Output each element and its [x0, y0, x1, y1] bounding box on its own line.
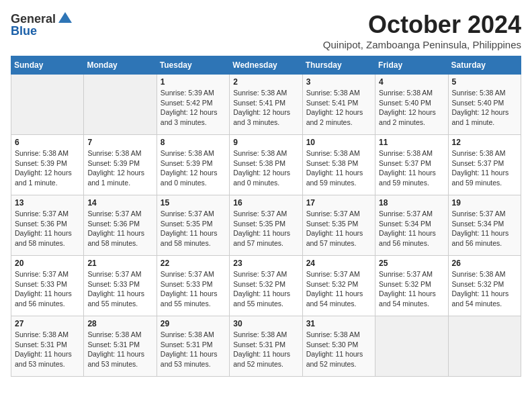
day-number: 28 — [87, 319, 152, 328]
day-detail: Sunrise: 5:38 AMSunset: 5:30 PMDaylight:… — [306, 330, 371, 369]
day-detail: Sunrise: 5:38 AMSunset: 5:32 PMDaylight:… — [452, 269, 517, 309]
day-number: 1 — [161, 77, 226, 87]
day-detail: Sunrise: 5:38 AMSunset: 5:39 PMDaylight:… — [15, 148, 80, 188]
day-detail: Sunrise: 5:37 AMSunset: 5:34 PMDaylight:… — [452, 209, 517, 248]
day-detail: Sunrise: 5:38 AMSunset: 5:37 PMDaylight:… — [452, 148, 517, 188]
calendar-cell: 24Sunrise: 5:37 AMSunset: 5:32 PMDayligh… — [302, 256, 375, 316]
calendar-cell: 25Sunrise: 5:37 AMSunset: 5:32 PMDayligh… — [375, 256, 448, 316]
calendar-cell: 2Sunrise: 5:38 AMSunset: 5:41 PMDaylight… — [230, 75, 302, 135]
day-number: 12 — [452, 138, 517, 147]
day-number: 5 — [452, 77, 517, 87]
day-detail: Sunrise: 5:37 AMSunset: 5:36 PMDaylight:… — [87, 209, 152, 248]
calendar-week-row: 27Sunrise: 5:38 AMSunset: 5:31 PMDayligh… — [11, 316, 521, 377]
day-number: 8 — [161, 138, 226, 147]
svg-marker-0 — [58, 12, 72, 23]
calendar-cell: 1Sunrise: 5:39 AMSunset: 5:42 PMDaylight… — [157, 75, 229, 135]
location-subtitle: Quinipot, Zamboanga Peninsula, Philippin… — [323, 39, 521, 50]
day-detail: Sunrise: 5:38 AMSunset: 5:38 PMDaylight:… — [306, 148, 371, 188]
day-number: 14 — [87, 198, 152, 208]
day-detail: Sunrise: 5:39 AMSunset: 5:42 PMDaylight:… — [161, 88, 226, 128]
day-number: 6 — [15, 138, 80, 147]
day-number: 4 — [379, 77, 444, 87]
day-number: 15 — [161, 198, 226, 208]
calendar-cell: 31Sunrise: 5:38 AMSunset: 5:30 PMDayligh… — [302, 316, 375, 377]
calendar-day-header: Thursday — [302, 56, 375, 75]
calendar-cell: 19Sunrise: 5:37 AMSunset: 5:34 PMDayligh… — [448, 195, 521, 256]
day-detail: Sunrise: 5:38 AMSunset: 5:41 PMDaylight:… — [306, 88, 371, 128]
day-number: 21 — [87, 259, 152, 268]
day-number: 9 — [233, 138, 298, 147]
day-number: 19 — [452, 198, 517, 208]
month-title: October 2024 — [323, 11, 521, 39]
day-detail: Sunrise: 5:38 AMSunset: 5:40 PMDaylight:… — [452, 88, 517, 128]
calendar-cell — [448, 316, 521, 377]
day-detail: Sunrise: 5:37 AMSunset: 5:36 PMDaylight:… — [15, 209, 80, 248]
calendar-cell: 23Sunrise: 5:37 AMSunset: 5:32 PMDayligh… — [230, 256, 302, 316]
calendar-cell — [84, 75, 157, 135]
page-header: General Blue October 2024 Quinipot, Zamb… — [11, 11, 521, 50]
day-number: 26 — [452, 259, 517, 268]
calendar-cell: 4Sunrise: 5:38 AMSunset: 5:40 PMDaylight… — [375, 75, 448, 135]
calendar-day-header: Saturday — [448, 56, 521, 75]
day-detail: Sunrise: 5:37 AMSunset: 5:35 PMDaylight:… — [161, 209, 226, 248]
day-detail: Sunrise: 5:37 AMSunset: 5:32 PMDaylight:… — [306, 269, 371, 309]
calendar-cell: 18Sunrise: 5:37 AMSunset: 5:34 PMDayligh… — [375, 195, 448, 256]
calendar-day-header: Monday — [84, 56, 157, 75]
day-number: 23 — [233, 259, 298, 268]
day-number: 11 — [379, 138, 444, 147]
calendar-cell: 27Sunrise: 5:38 AMSunset: 5:31 PMDayligh… — [11, 316, 84, 377]
calendar-day-header: Tuesday — [157, 56, 229, 75]
day-detail: Sunrise: 5:37 AMSunset: 5:34 PMDaylight:… — [379, 209, 444, 248]
calendar-cell: 3Sunrise: 5:38 AMSunset: 5:41 PMDaylight… — [302, 75, 375, 135]
calendar-cell: 26Sunrise: 5:38 AMSunset: 5:32 PMDayligh… — [448, 256, 521, 316]
calendar-cell: 29Sunrise: 5:38 AMSunset: 5:31 PMDayligh… — [157, 316, 229, 377]
day-detail: Sunrise: 5:37 AMSunset: 5:32 PMDaylight:… — [379, 269, 444, 309]
day-detail: Sunrise: 5:38 AMSunset: 5:31 PMDaylight:… — [233, 330, 298, 369]
day-detail: Sunrise: 5:38 AMSunset: 5:37 PMDaylight:… — [379, 148, 444, 188]
calendar-day-header: Friday — [375, 56, 448, 75]
calendar-cell: 10Sunrise: 5:38 AMSunset: 5:38 PMDayligh… — [302, 135, 375, 195]
day-detail: Sunrise: 5:38 AMSunset: 5:40 PMDaylight:… — [379, 88, 444, 128]
calendar-cell: 21Sunrise: 5:37 AMSunset: 5:33 PMDayligh… — [84, 256, 157, 316]
day-detail: Sunrise: 5:38 AMSunset: 5:41 PMDaylight:… — [233, 88, 298, 128]
calendar-cell: 11Sunrise: 5:38 AMSunset: 5:37 PMDayligh… — [375, 135, 448, 195]
day-number: 30 — [233, 319, 298, 328]
day-detail: Sunrise: 5:37 AMSunset: 5:35 PMDaylight:… — [306, 209, 371, 248]
day-number: 31 — [306, 319, 371, 328]
calendar-cell: 22Sunrise: 5:37 AMSunset: 5:33 PMDayligh… — [157, 256, 229, 316]
day-detail: Sunrise: 5:38 AMSunset: 5:31 PMDaylight:… — [87, 330, 152, 369]
calendar-cell: 20Sunrise: 5:37 AMSunset: 5:33 PMDayligh… — [11, 256, 84, 316]
day-number: 20 — [15, 259, 80, 268]
day-number: 13 — [15, 198, 80, 208]
day-detail: Sunrise: 5:37 AMSunset: 5:32 PMDaylight:… — [233, 269, 298, 309]
day-detail: Sunrise: 5:38 AMSunset: 5:39 PMDaylight:… — [161, 148, 226, 188]
calendar-cell: 17Sunrise: 5:37 AMSunset: 5:35 PMDayligh… — [302, 195, 375, 256]
calendar-cell: 15Sunrise: 5:37 AMSunset: 5:35 PMDayligh… — [157, 195, 229, 256]
calendar-week-row: 1Sunrise: 5:39 AMSunset: 5:42 PMDaylight… — [11, 75, 521, 135]
day-number: 3 — [306, 77, 371, 87]
calendar-cell: 16Sunrise: 5:37 AMSunset: 5:35 PMDayligh… — [230, 195, 302, 256]
logo-icon — [57, 11, 73, 27]
day-number: 24 — [306, 259, 371, 268]
calendar-cell: 30Sunrise: 5:38 AMSunset: 5:31 PMDayligh… — [230, 316, 302, 377]
calendar-cell — [375, 316, 448, 377]
calendar-cell: 7Sunrise: 5:38 AMSunset: 5:39 PMDaylight… — [84, 135, 157, 195]
calendar-cell: 28Sunrise: 5:38 AMSunset: 5:31 PMDayligh… — [84, 316, 157, 377]
calendar-header-row: SundayMondayTuesdayWednesdayThursdayFrid… — [11, 56, 521, 75]
day-detail: Sunrise: 5:38 AMSunset: 5:38 PMDaylight:… — [233, 148, 298, 188]
day-detail: Sunrise: 5:37 AMSunset: 5:35 PMDaylight:… — [233, 209, 298, 248]
logo: General Blue — [11, 11, 73, 38]
calendar-cell: 12Sunrise: 5:38 AMSunset: 5:37 PMDayligh… — [448, 135, 521, 195]
day-detail: Sunrise: 5:38 AMSunset: 5:39 PMDaylight:… — [87, 148, 152, 188]
day-number: 29 — [161, 319, 226, 328]
calendar-cell: 5Sunrise: 5:38 AMSunset: 5:40 PMDaylight… — [448, 75, 521, 135]
calendar-week-row: 6Sunrise: 5:38 AMSunset: 5:39 PMDaylight… — [11, 135, 521, 195]
day-number: 7 — [87, 138, 152, 147]
calendar-day-header: Wednesday — [230, 56, 302, 75]
calendar-cell: 14Sunrise: 5:37 AMSunset: 5:36 PMDayligh… — [84, 195, 157, 256]
day-number: 22 — [161, 259, 226, 268]
day-number: 2 — [233, 77, 298, 87]
day-number: 25 — [379, 259, 444, 268]
calendar-cell: 8Sunrise: 5:38 AMSunset: 5:39 PMDaylight… — [157, 135, 229, 195]
calendar-cell: 9Sunrise: 5:38 AMSunset: 5:38 PMDaylight… — [230, 135, 302, 195]
